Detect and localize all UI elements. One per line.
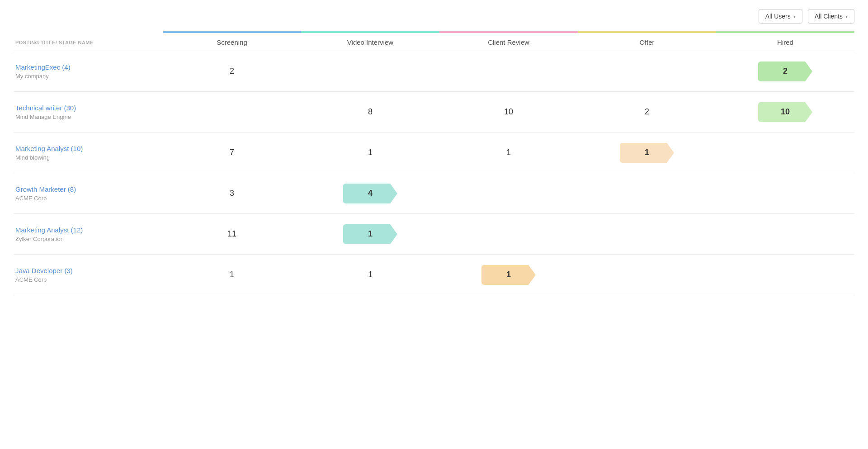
column-screening: Screening: [163, 38, 301, 46]
row-stage-video-interview: 1: [301, 148, 439, 157]
badge-value: 1: [506, 270, 511, 279]
row-posting: Growth Marketer (8) ACME Corp: [14, 185, 163, 202]
all-users-label: All Users: [765, 13, 791, 20]
row-stage-client-review: 10: [439, 107, 578, 117]
row-stage-screening: 1: [163, 270, 301, 279]
cell-value: 3: [230, 189, 234, 198]
badge-value: 10: [781, 107, 790, 117]
cell-value: 8: [368, 107, 373, 117]
job-title-link[interactable]: Growth Marketer (8): [15, 185, 76, 193]
arrow-badge[interactable]: 2: [758, 61, 812, 81]
row-posting: Marketing Analyst (10) Mind blowing: [14, 145, 163, 161]
cell-value: 2: [230, 66, 234, 76]
row-stage-screening: 2: [163, 66, 301, 76]
badge-value: 1: [368, 229, 373, 239]
arrow-badge[interactable]: 1: [620, 143, 674, 163]
top-bar: All Users ▾ All Clients ▾: [14, 9, 854, 24]
arrow-badge[interactable]: 1: [343, 224, 397, 244]
row-stage-video-interview: 4: [301, 184, 439, 203]
job-title-link[interactable]: Technical writer (30): [15, 104, 76, 112]
table-body: MarketingExec (4) My company 2 2 Technic…: [14, 51, 854, 295]
badge-value: 4: [368, 189, 373, 198]
arrow-badge[interactable]: 4: [343, 184, 397, 203]
color-bar-screening: [163, 31, 301, 33]
page-wrapper: All Users ▾ All Clients ▾ POSTING TITLE/…: [0, 0, 868, 449]
all-users-dropdown[interactable]: All Users ▾: [759, 9, 802, 24]
row-posting: MarketingExec (4) My company: [14, 63, 163, 80]
column-offer: Offer: [578, 38, 716, 46]
row-posting: Java Developer (3) ACME Corp: [14, 267, 163, 283]
chevron-down-icon: ▾: [845, 14, 848, 19]
all-clients-label: All Clients: [815, 13, 843, 20]
row-stage-hired: 2: [716, 61, 854, 81]
arrow-badge[interactable]: 10: [758, 102, 812, 122]
row-stage-hired: 10: [716, 102, 854, 122]
row-stage-video-interview: 1: [301, 224, 439, 244]
row-stage-client-review: 1: [439, 265, 578, 285]
arrow-badge[interactable]: 1: [481, 265, 536, 285]
row-stage-offer: 2: [578, 107, 716, 117]
row-stage-screening: 3: [163, 189, 301, 198]
color-bar-offer: [578, 31, 716, 33]
row-posting: Technical writer (30) Mind Manage Engine: [14, 104, 163, 120]
company-name: Mind blowing: [15, 154, 163, 161]
cell-value: 11: [227, 229, 236, 239]
cell-value: 1: [368, 270, 373, 279]
table-row: Growth Marketer (8) ACME Corp 3 4: [14, 173, 854, 214]
row-stage-client-review: 1: [439, 148, 578, 157]
cell-value: 10: [504, 107, 513, 117]
badge-value: 2: [783, 66, 788, 76]
row-posting: Marketing Analyst (12) Zylker Corporatio…: [14, 226, 163, 242]
cell-value: 1: [506, 148, 511, 157]
job-title-link[interactable]: Marketing Analyst (10): [15, 145, 83, 152]
row-stage-video-interview: 8: [301, 107, 439, 117]
table-row: Marketing Analyst (10) Mind blowing 711 …: [14, 132, 854, 173]
company-name: ACME Corp: [15, 276, 163, 283]
stage-color-bar: [163, 31, 854, 33]
cell-value: 1: [230, 270, 234, 279]
row-stage-offer: 1: [578, 143, 716, 163]
row-stage-screening: 11: [163, 229, 301, 239]
all-clients-dropdown[interactable]: All Clients ▾: [808, 9, 854, 24]
table-row: Java Developer (3) ACME Corp 11 1: [14, 255, 854, 295]
column-video-interview: Video Interview: [301, 38, 439, 46]
company-name: My company: [15, 73, 163, 80]
table-row: Technical writer (30) Mind Manage Engine…: [14, 92, 854, 132]
column-client-review: Client Review: [439, 38, 578, 46]
company-name: ACME Corp: [15, 195, 163, 202]
badge-value: 1: [645, 148, 649, 157]
cell-value: 2: [645, 107, 649, 117]
color-bar-client-review: [439, 31, 578, 33]
row-stage-screening: 7: [163, 148, 301, 157]
table-row: MarketingExec (4) My company 2 2: [14, 51, 854, 92]
column-hired: Hired: [716, 38, 854, 46]
chevron-down-icon: ▾: [793, 14, 796, 19]
table-row: Marketing Analyst (12) Zylker Corporatio…: [14, 214, 854, 255]
color-bar-video-interview: [301, 31, 439, 33]
cell-value: 7: [230, 148, 234, 157]
job-title-link[interactable]: MarketingExec (4): [15, 63, 71, 71]
cell-value: 1: [368, 148, 373, 157]
table-header: POSTING TITLE/ STAGE NAME Screening Vide…: [14, 33, 854, 51]
job-title-link[interactable]: Java Developer (3): [15, 267, 73, 274]
company-name: Zylker Corporation: [15, 236, 163, 242]
column-posting-title: POSTING TITLE/ STAGE NAME: [14, 40, 163, 45]
job-title-link[interactable]: Marketing Analyst (12): [15, 226, 83, 234]
row-stage-video-interview: 1: [301, 270, 439, 279]
company-name: Mind Manage Engine: [15, 113, 163, 120]
color-bar-hired: [716, 31, 854, 33]
